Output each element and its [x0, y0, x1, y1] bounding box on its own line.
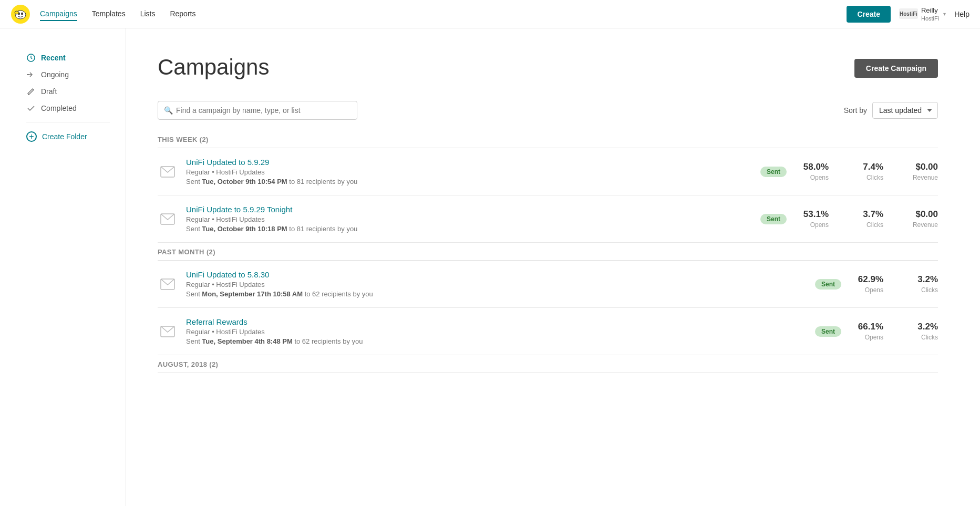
- campaign-name[interactable]: UniFi Updated to 5.8.30: [186, 270, 269, 279]
- stat-label: Clicks: [904, 334, 938, 341]
- campaign-name[interactable]: Referral Rewards: [186, 317, 247, 326]
- main-content: Campaigns Create Campaign 🔍 Sort by Last…: [126, 28, 980, 506]
- sidebar-item-ongoing[interactable]: Ongoing: [26, 66, 110, 83]
- campaign-row: UniFi Updated to 5.9.29Regular • HostiFi…: [158, 148, 938, 195]
- stat-label: Clicks: [904, 286, 938, 294]
- stat-value: 62.9%: [850, 274, 883, 285]
- page-title: Campaigns: [158, 55, 269, 80]
- stat-value: 58.0%: [795, 162, 829, 172]
- search-sort-row: 🔍 Sort by Last updated Name Date created: [158, 101, 938, 120]
- sidebar-item-draft[interactable]: Draft: [26, 83, 110, 100]
- stat-block: 58.0%Opens: [795, 162, 829, 181]
- stat-label: Opens: [795, 174, 829, 181]
- campaign-status-badge: Sent: [760, 214, 787, 224]
- sidebar-completed-label: Completed: [41, 104, 77, 112]
- search-box: 🔍: [158, 101, 357, 120]
- stat-block: 3.2%Clicks: [904, 274, 938, 293]
- stat-value: 3.7%: [850, 209, 883, 220]
- campaign-info: Referral RewardsRegular • HostiFi Update…: [186, 317, 807, 345]
- create-button[interactable]: Create: [847, 6, 891, 23]
- sidebar-divider: [26, 122, 110, 122]
- page-wrapper: Recent Ongoing Draft: [0, 28, 980, 506]
- campaign-row: UniFi Updated to 5.8.30Regular • HostiFi…: [158, 261, 938, 308]
- topnav-right: Create HostiFi Reilly HostiFi ▾ Help: [847, 6, 969, 23]
- campaign-name[interactable]: UniFi Updated to 5.9.29: [186, 158, 269, 167]
- user-org-logo: HostiFi: [899, 8, 918, 19]
- campaign-list: Regular • HostiFi Updates: [186, 168, 752, 176]
- campaign-email-icon: [158, 209, 178, 229]
- sidebar-recent-label: Recent: [41, 54, 66, 62]
- svg-point-3: [21, 12, 23, 15]
- section-header: This Week (2): [158, 130, 938, 148]
- chevron-down-icon: ▾: [943, 11, 946, 17]
- stat-block: 3.2%Clicks: [904, 322, 938, 340]
- page-header: Campaigns Create Campaign: [158, 55, 938, 80]
- campaign-stats: 66.1%Opens3.2%Clicks: [850, 322, 938, 340]
- sidebar-item-completed[interactable]: Completed: [26, 100, 110, 117]
- campaign-sent-info: Sent Mon, September 17th 10:58 AM to 62 …: [186, 290, 807, 298]
- help-link[interactable]: Help: [954, 10, 969, 18]
- stat-label: Opens: [850, 286, 883, 294]
- create-campaign-button[interactable]: Create Campaign: [854, 59, 938, 78]
- user-menu[interactable]: HostiFi Reilly HostiFi ▾: [899, 6, 946, 22]
- section-header: August, 2018 (2): [158, 355, 938, 373]
- nav-lists[interactable]: Lists: [140, 7, 156, 21]
- campaign-status-badge: Sent: [815, 279, 841, 290]
- topnav: Campaigns Templates Lists Reports Create…: [0, 0, 980, 28]
- stat-label: Clicks: [850, 221, 883, 229]
- stat-label: Opens: [850, 334, 883, 341]
- stat-block: 7.4%Clicks: [850, 162, 883, 181]
- nav-reports[interactable]: Reports: [170, 7, 195, 21]
- stat-block: $0.00Revenue: [904, 162, 938, 181]
- campaign-list: Regular • HostiFi Updates: [186, 281, 807, 288]
- campaign-email-icon: [158, 274, 178, 294]
- stat-block: $0.00Revenue: [904, 209, 938, 228]
- campaign-info: UniFi Updated to 5.9.29Regular • HostiFi…: [186, 158, 752, 185]
- nav-templates[interactable]: Templates: [92, 7, 126, 21]
- campaign-status-badge: Sent: [760, 167, 787, 177]
- stat-block: 53.1%Opens: [795, 209, 829, 228]
- user-org: HostiFi: [921, 15, 939, 22]
- campaign-stats: 53.1%Opens3.7%Clicks$0.00Revenue: [795, 209, 938, 228]
- sort-select[interactable]: Last updated Name Date created: [872, 102, 938, 119]
- campaigns-container: This Week (2) UniFi Updated to 5.9.29Reg…: [158, 130, 938, 373]
- sidebar-item-recent[interactable]: Recent: [26, 49, 110, 66]
- stat-block: 3.7%Clicks: [850, 209, 883, 228]
- sidebar: Recent Ongoing Draft: [0, 28, 126, 506]
- stat-block: 66.1%Opens: [850, 322, 883, 340]
- stat-label: Revenue: [904, 221, 938, 229]
- campaign-email-icon: [158, 162, 178, 182]
- draft-icon: [26, 87, 36, 96]
- sort-label: Sort by: [844, 106, 867, 115]
- nav-campaigns[interactable]: Campaigns: [40, 7, 77, 21]
- campaign-stats: 62.9%Opens3.2%Clicks: [850, 274, 938, 293]
- campaign-row: UniFi Update to 5.9.29 TonightRegular • …: [158, 195, 938, 243]
- campaign-row: Referral RewardsRegular • HostiFi Update…: [158, 308, 938, 355]
- app-logo[interactable]: [11, 4, 30, 24]
- sidebar-ongoing-label: Ongoing: [41, 70, 69, 79]
- campaign-info: UniFi Update to 5.9.29 TonightRegular • …: [186, 205, 752, 233]
- stat-block: 62.9%Opens: [850, 274, 883, 293]
- create-folder-label: Create Folder: [42, 132, 87, 141]
- campaign-list: Regular • HostiFi Updates: [186, 215, 752, 223]
- campaign-list: Regular • HostiFi Updates: [186, 328, 807, 336]
- nav-links: Campaigns Templates Lists Reports: [40, 7, 847, 21]
- search-input[interactable]: [158, 101, 357, 120]
- create-folder-icon: +: [26, 131, 37, 142]
- stat-value: 53.1%: [795, 209, 829, 220]
- campaign-name[interactable]: UniFi Update to 5.9.29 Tonight: [186, 205, 292, 214]
- create-folder-button[interactable]: + Create Folder: [26, 128, 110, 146]
- campaign-email-icon: [158, 322, 178, 342]
- stat-value: $0.00: [904, 209, 938, 220]
- campaign-sent-info: Sent Tue, October 9th 10:54 PM to 81 rec…: [186, 178, 752, 185]
- campaign-sent-info: Sent Tue, October 9th 10:18 PM to 81 rec…: [186, 225, 752, 233]
- stat-label: Opens: [795, 221, 829, 229]
- svg-point-4: [15, 11, 19, 14]
- stat-value: $0.00: [904, 162, 938, 172]
- campaign-info: UniFi Updated to 5.8.30Regular • HostiFi…: [186, 270, 807, 298]
- user-details: Reilly HostiFi: [921, 6, 939, 22]
- search-icon: 🔍: [164, 106, 173, 115]
- campaign-sent-info: Sent Tue, September 4th 8:48 PM to 62 re…: [186, 337, 807, 345]
- recent-icon: [26, 53, 36, 63]
- sort-row: Sort by Last updated Name Date created: [844, 102, 938, 119]
